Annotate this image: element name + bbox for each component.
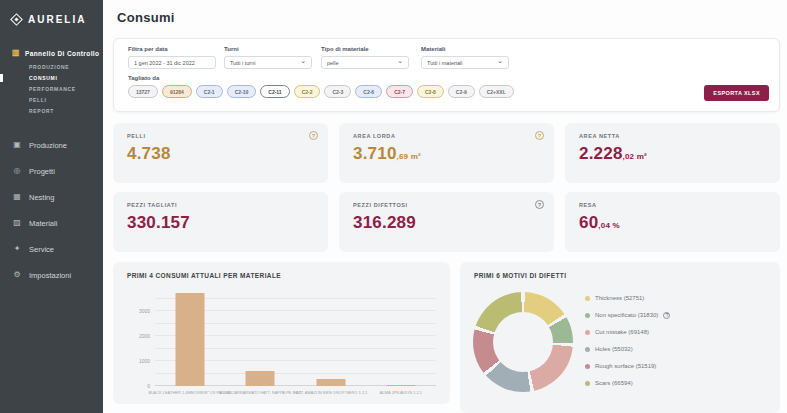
legend-dot (585, 364, 590, 369)
bar-column: ALMA CARRARMATO FATT. NAPPA PE 1.2.1 (225, 290, 295, 386)
sidebar-item-impostazioni[interactable]: ⚙Impostazioni (0, 262, 103, 288)
filter-date-label: Filtra per data (128, 46, 216, 52)
kpi-unit: ,04 % (598, 221, 619, 230)
sidebar-item-label: Impostazioni (29, 271, 71, 280)
help-icon[interactable]: ? (535, 200, 544, 209)
sidebar-subitem-report[interactable]: REPORT (29, 108, 103, 114)
sidebar-item-materiali[interactable]: ▨Materiali (0, 210, 103, 236)
kpi-value: 4.738 (127, 144, 171, 164)
cut-by-chip-c2-10[interactable]: C2-10 (227, 85, 257, 98)
sidebar-item-label: Produzione (29, 141, 67, 150)
sidebar-subnav: PRODUZIONECONSUMIPERFORMANCEPELLIREPORT (29, 64, 103, 114)
sidebar-subitem-consumi[interactable]: CONSUMI (29, 75, 103, 81)
defects-donut-chart (473, 292, 573, 392)
sidebar-subitem-produzione[interactable]: PRODUZIONE (29, 64, 103, 70)
kpi-grid: PELLI4.738?AREA LORDA3.710,69 m²?AREA NE… (113, 123, 780, 252)
main-content: Consumi Filtra per data 1 gen 2022 - 31 … (103, 0, 787, 413)
bar-chart-title: PRIMI 4 CONSUMI ATTUALI PER MATERIALE (127, 272, 281, 279)
help-icon[interactable]: ? (535, 131, 544, 140)
sidebar-panel-label: Pannello Di Controllo (25, 50, 99, 57)
kpi-label: PEZZI TAGLIATI (127, 202, 177, 208)
cut-by-chip-c2-1[interactable]: C2-1 (196, 85, 223, 98)
bar-column: BLACK LEATHER 1.4MM DRKW* LR PE 1.2.1 (155, 290, 225, 386)
cut-by-chip-13727[interactable]: 13727 (128, 85, 158, 98)
date-range-value: 1 gen 2022 - 31 dic 2022 (134, 60, 195, 66)
legend-dot (585, 347, 590, 352)
filter-shifts-label: Turni (224, 46, 312, 52)
sidebar-item-progetti[interactable]: ◎Progetti (0, 158, 103, 184)
bar-alma-jpn-avion-1-2-1[interactable] (386, 385, 415, 386)
bar-alma-carrarmato-fatt-nappa-pe-1-2-1[interactable] (246, 371, 275, 387)
legend-item-holes[interactable]: Holes (55032) (585, 346, 670, 352)
sidebar-subitem-pelli[interactable]: PELLI (29, 97, 103, 103)
kpi-label: AREA LORDA (353, 133, 395, 139)
kpi-label: PELLI (127, 133, 146, 139)
cut-by-chip-91284[interactable]: 91284 (162, 85, 192, 98)
kpi-label: AREA NETTA (579, 133, 620, 139)
legend-item-rough-surface[interactable]: Rough surface (51519) (585, 363, 670, 369)
legend-label: Thickness (52751) (595, 295, 644, 301)
shifts-select-value: Tutti i turni (230, 60, 255, 66)
sidebar-item-produzione[interactable]: ▣Produzione (0, 132, 103, 158)
sidebar-subitem-performance[interactable]: PERFORMANCE (29, 86, 103, 92)
sidebar-item-nesting[interactable]: ▦Nesting (0, 184, 103, 210)
kpi-card-pezzi-difettosi: PEZZI DIFETTOSI316.289? (339, 192, 554, 252)
materials-icon: ▨ (12, 219, 22, 227)
sidebar-item-label: Service (29, 245, 54, 254)
active-indicator (0, 74, 3, 82)
filter-date: Filtra per data 1 gen 2022 - 31 dic 2022 (128, 46, 216, 69)
legend-label: Non specificato (31830) (595, 312, 658, 318)
bar-fatt-amazon-bike-drop-nero-1-2-1[interactable] (316, 379, 345, 386)
legend-dot (585, 296, 590, 301)
cut-by-chips: 1372791284C2-1C2-10C2-11C2-2C2-3C2-6C2-7… (128, 85, 514, 98)
y-axis-tick: 1000 (125, 358, 150, 364)
cut-by-chip-c2-3[interactable]: C2-3 (324, 85, 351, 98)
legend-item-cut-mistake[interactable]: Cut mistake (69148) (585, 329, 670, 335)
help-icon[interactable]: ? (663, 312, 670, 319)
legend-label: Rough surface (51519) (595, 363, 656, 369)
donut-chart-title: PRIMI 6 MOTIVI DI DIFETTI (474, 272, 566, 279)
y-axis-tick: 0 (125, 383, 150, 389)
settings-icon: ⚙ (12, 271, 22, 279)
filter-material-type: Tipo di materiale pelle ⌄ (321, 46, 409, 69)
nesting-icon: ▦ (12, 193, 22, 201)
sidebar: AURELIA ▥ Pannello Di Controllo PRODUZIO… (0, 0, 103, 413)
cut-by-chip-c2-2[interactable]: C2-2 (294, 85, 321, 98)
materials-select[interactable]: Tutti i materiali ⌄ (421, 56, 509, 69)
legend-item-non-specificato[interactable]: Non specificato (31830)? (585, 312, 670, 318)
filter-materials-label: Materiali (421, 46, 509, 52)
cut-by-label: Tagliato da (128, 75, 159, 81)
sidebar-nav: ▣Produzione◎Progetti▦Nesting▨Materiali✦S… (0, 132, 103, 288)
help-icon[interactable]: ? (309, 131, 318, 140)
cut-by-chip-c2-9[interactable]: C2-9 (448, 85, 475, 98)
kpi-value: 316.289 (353, 213, 416, 233)
export-xlsx-button[interactable]: ESPORTA XLSX (704, 85, 769, 101)
aurelia-logo: AURELIA (0, 0, 103, 25)
legend-item-scars[interactable]: Scars (66594) (585, 380, 670, 386)
shifts-select[interactable]: Tutti i turni ⌄ (224, 56, 312, 69)
kpi-value: 330.157 (127, 213, 190, 233)
kpi-card-area-lorda: AREA LORDA3.710,69 m²? (339, 123, 554, 183)
cut-by-chip-c2-6[interactable]: C2-6 (355, 85, 382, 98)
filter-material-type-label: Tipo di materiale (321, 46, 409, 52)
material-type-select-value: pelle (327, 60, 339, 66)
sidebar-item-label: Progetti (29, 167, 55, 176)
cut-by-chip-c2-11[interactable]: C2-11 (260, 85, 289, 98)
donut-legend: Thickness (52751)Non specificato (31830)… (585, 295, 670, 397)
donut-chart-card: PRIMI 6 MOTIVI DI DIFETTI Thickness (527… (460, 262, 780, 413)
legend-item-thickness[interactable]: Thickness (52751) (585, 295, 670, 301)
material-type-select[interactable]: pelle ⌄ (321, 56, 409, 69)
materials-select-value: Tutti i materiali (427, 60, 463, 66)
sidebar-item-service[interactable]: ✦Service (0, 236, 103, 262)
date-range-input[interactable]: 1 gen 2022 - 31 dic 2022 (128, 56, 216, 69)
legend-dot (585, 313, 590, 318)
cut-by-chip-c2-7[interactable]: C2-7 (386, 85, 413, 98)
cut-by-chip-c2-xxl[interactable]: C2+XXL (479, 85, 514, 98)
aurelia-logo-icon (10, 13, 23, 26)
sidebar-item-pannello-di-controllo[interactable]: ▥ Pannello Di Controllo (12, 49, 103, 57)
legend-label: Holes (55032) (595, 346, 633, 352)
cut-by-chip-c2-8[interactable]: C2-8 (417, 85, 444, 98)
service-icon: ✦ (12, 245, 22, 253)
bar-black-leather-1-4mm-drkw-lr-pe-1-2-1[interactable] (176, 293, 205, 386)
y-axis-tick: 2000 (125, 333, 150, 339)
